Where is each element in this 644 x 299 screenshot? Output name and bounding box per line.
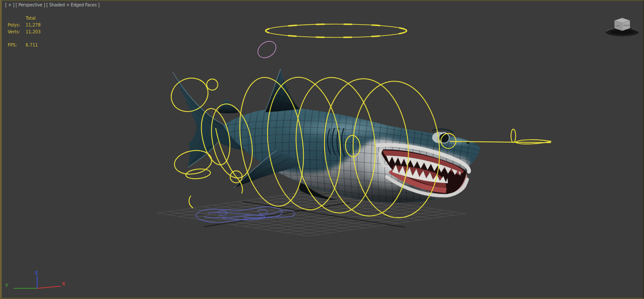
small-dash-control[interactable] xyxy=(189,196,193,208)
fps-value: 6.711 xyxy=(26,42,38,49)
shark-dorsal-fin[interactable] xyxy=(265,69,300,112)
shark-second-dorsal-fin[interactable] xyxy=(218,99,239,113)
view-cube[interactable]: LEFT FRONT xyxy=(603,13,644,39)
axis-gizmo: Z Y X xyxy=(2,270,74,299)
verts-value: 11,203 xyxy=(26,29,41,35)
tail-control-2[interactable] xyxy=(207,79,218,90)
view-cube-left-label: LEFT xyxy=(616,25,620,27)
perspective-viewport[interactable]: [ + ] [ Perspective ] [ Shaded + Edged F… xyxy=(0,0,644,299)
axis-y-label: Y xyxy=(5,283,9,288)
fps-label: FPS: xyxy=(8,42,26,49)
brow-ridge xyxy=(432,129,454,132)
viewport-label[interactable]: [ + ] [ Perspective ] [ Shaded + Edged F… xyxy=(5,3,100,7)
statistics-overlay: Total Polys:11,278 Verts:11,203 FPS:6.71… xyxy=(8,15,41,49)
stats-header: Total xyxy=(26,15,35,22)
scene-canvas[interactable] xyxy=(0,0,644,299)
polys-label: Polys: xyxy=(8,22,26,29)
axis-x-label: X xyxy=(62,281,65,286)
polys-value: 11,278 xyxy=(26,22,41,29)
verts-label: Verts: xyxy=(8,29,26,35)
shark-model[interactable] xyxy=(173,69,480,203)
axis-z-label: Z xyxy=(35,271,38,276)
view-cube-front-label: FRONT xyxy=(624,24,629,26)
halo-control[interactable] xyxy=(266,24,407,38)
purple-control[interactable] xyxy=(255,38,279,61)
